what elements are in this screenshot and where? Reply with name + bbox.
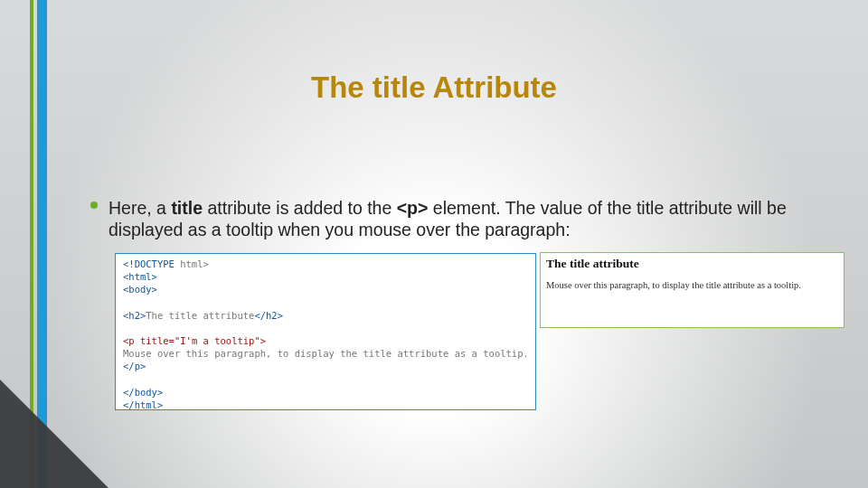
bullet-bold-p: <p> (397, 198, 429, 218)
code-token: The title attribute (146, 310, 254, 321)
output-panel: The title attribute Mouse over this para… (540, 252, 844, 328)
bullet-text: Here, a title attribute is added to the … (108, 197, 832, 241)
code-token: </body> (123, 387, 163, 398)
output-heading: The title attribute (546, 257, 838, 271)
code-token: </h2> (254, 310, 283, 321)
code-token: </html> (123, 399, 163, 410)
bullet-bold-title: title (171, 198, 203, 218)
slide-title: The title Attribute (0, 70, 868, 105)
code-token: ="I'm a tooltip"> (169, 335, 266, 346)
code-token: <body> (123, 284, 157, 295)
code-token: html> (175, 258, 209, 269)
code-token: Mouse over this paragraph, to display th… (123, 348, 529, 359)
slide: The title Attribute Here, a title attrib… (0, 0, 868, 488)
bullet-icon (90, 202, 98, 209)
output-paragraph: Mouse over this paragraph, to display th… (546, 280, 838, 290)
code-token: <h2> (123, 310, 146, 321)
code-token: title (135, 335, 169, 346)
bullet-fragment: Here, a (108, 198, 171, 218)
code-token: </p> (123, 361, 146, 371)
bullet-fragment: attribute is added to the (203, 198, 397, 218)
corner-triangle (0, 380, 108, 488)
code-token: <p (123, 335, 135, 346)
code-token: <!DOCTYPE (123, 258, 175, 269)
code-panel: <!DOCTYPE html> <html> <body> <h2>The ti… (115, 253, 536, 410)
code-token: <html> (123, 271, 157, 282)
